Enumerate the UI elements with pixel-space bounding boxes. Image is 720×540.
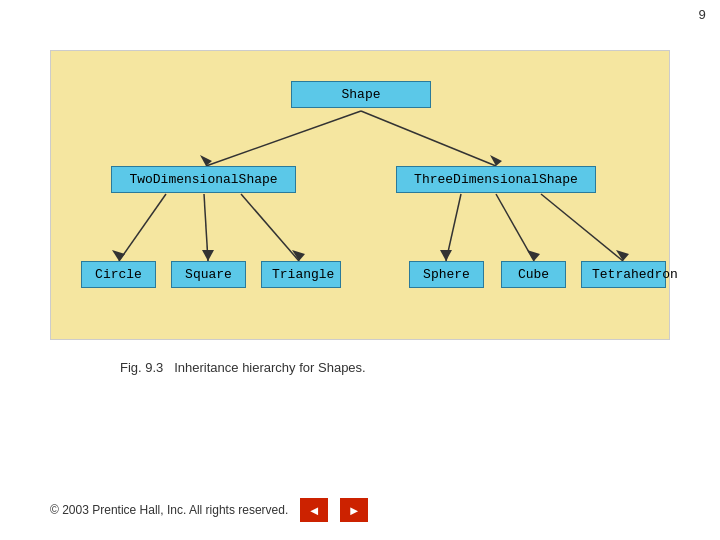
node-cube: Cube [501,261,566,288]
svg-marker-11 [440,250,452,261]
prev-button[interactable]: ◄ [300,498,328,522]
node-square: Square [171,261,246,288]
svg-marker-13 [527,250,540,261]
svg-line-10 [446,194,461,261]
svg-marker-1 [200,155,212,166]
svg-marker-15 [616,250,629,261]
next-button[interactable]: ► [340,498,368,522]
prev-icon: ◄ [308,504,321,517]
node-tetrahedron: Tetrahedron [581,261,666,288]
svg-marker-9 [292,250,305,261]
svg-line-14 [541,194,623,261]
svg-line-12 [496,194,534,261]
svg-marker-5 [112,250,125,261]
svg-line-8 [241,194,299,261]
diagram-container: Shape TwoDimensionalShape ThreeDimension… [50,50,670,340]
page-number: 9 [698,8,706,23]
node-sphere: Sphere [409,261,484,288]
svg-line-6 [204,194,208,261]
figure-text: Inheritance hierarchy for Shapes. [174,360,366,375]
svg-line-2 [361,111,496,166]
figure-number: Fig. 9.3 [120,360,163,375]
copyright-text: © 2003 Prentice Hall, Inc. All rights re… [50,503,288,517]
next-icon: ► [348,504,361,517]
figure-caption: Fig. 9.3 Inheritance hierarchy for Shape… [120,360,366,375]
footer: © 2003 Prentice Hall, Inc. All rights re… [50,498,368,522]
node-circle: Circle [81,261,156,288]
node-triangle: Triangle [261,261,341,288]
svg-line-0 [206,111,361,166]
node-shape: Shape [291,81,431,108]
node-threedimensional: ThreeDimensionalShape [396,166,596,193]
svg-marker-7 [202,250,214,261]
node-twodimensional: TwoDimensionalShape [111,166,296,193]
svg-line-4 [119,194,166,261]
svg-marker-3 [490,155,502,166]
